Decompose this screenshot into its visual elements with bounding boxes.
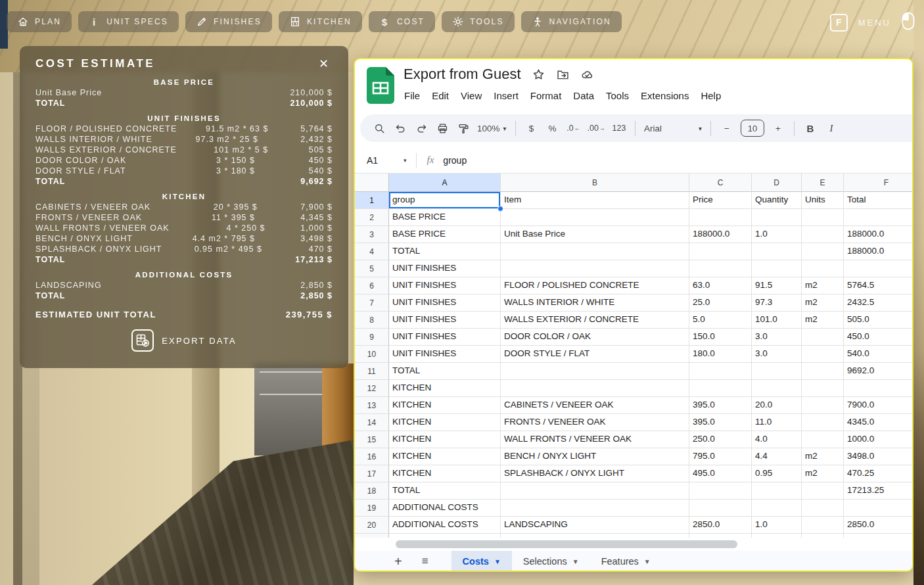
add-sheet-icon[interactable]: + (394, 554, 402, 569)
app-button-finishes[interactable]: FINISHES (185, 11, 272, 32)
column-header-E[interactable]: E (802, 174, 844, 192)
row-header-13[interactable]: 13 (355, 397, 389, 414)
menu-tools[interactable]: Tools (600, 88, 635, 103)
cell-A9[interactable]: UNIT FINISHES (389, 329, 501, 346)
bold-button[interactable]: B (800, 118, 820, 138)
name-box-caret-icon[interactable]: ▾ (404, 157, 407, 164)
zoom-select[interactable]: 100%▾ (474, 118, 509, 138)
currency-format-icon[interactable]: $ (522, 118, 542, 138)
cell-A17[interactable]: KITCHEN (389, 465, 501, 482)
cell-A16[interactable]: KITCHEN (389, 448, 501, 465)
cell-B8[interactable]: WALLS EXTERIOR / CONCRETE (501, 312, 689, 329)
cell-B16[interactable]: BENCH / ONYX LIGHT (501, 448, 689, 465)
cell-F18[interactable]: 17213.25 (844, 482, 912, 500)
row-header-12[interactable]: 12 (355, 380, 389, 397)
row-header-10[interactable]: 10 (355, 346, 389, 363)
cell-E2[interactable] (802, 209, 844, 226)
cell-E8[interactable]: m2 (802, 312, 844, 329)
cell-C18[interactable] (689, 482, 752, 500)
cell-F11[interactable]: 9692.0 (844, 363, 912, 380)
row-header-17[interactable]: 17 (355, 465, 389, 482)
cell-E16[interactable]: m2 (802, 448, 844, 465)
cell-F19[interactable] (844, 500, 912, 517)
cell-C7[interactable]: 25.0 (689, 294, 752, 312)
row-header-20[interactable]: 20 (355, 517, 389, 534)
name-box[interactable]: A1 (355, 155, 404, 166)
horizontal-scrollbar[interactable] (396, 540, 737, 548)
cell-C14[interactable]: 395.0 (689, 414, 752, 431)
cell-B19[interactable] (501, 500, 689, 517)
decrease-font-size-button[interactable]: − (717, 118, 737, 138)
app-button-tools[interactable]: TOOLS (442, 11, 514, 32)
cell-A18[interactable]: TOTAL (389, 482, 501, 500)
cell-D20[interactable]: 1.0 (752, 517, 802, 534)
cell-D11[interactable] (752, 363, 802, 380)
cell-B11[interactable] (501, 363, 689, 380)
cell-C12[interactable] (689, 380, 752, 397)
cell-A4[interactable]: TOTAL (389, 243, 501, 260)
cell-F5[interactable] (844, 260, 912, 277)
row-header-18[interactable]: 18 (355, 482, 389, 500)
cell-D12[interactable] (752, 380, 802, 397)
menu-data[interactable]: Data (567, 88, 600, 103)
cell-B20[interactable]: LANDSCAPING (501, 517, 689, 534)
cell-E4[interactable] (802, 243, 844, 260)
cell-F15[interactable]: 1000.0 (844, 431, 912, 448)
cell-A7[interactable]: UNIT FINISHES (389, 294, 501, 312)
cell-A12[interactable]: KITCHEN (389, 380, 501, 397)
menu-insert[interactable]: Insert (488, 88, 524, 103)
chevron-down-icon[interactable]: ▼ (572, 558, 579, 565)
cell-D14[interactable]: 11.0 (752, 414, 802, 431)
cell-E11[interactable] (802, 363, 844, 380)
menu-file[interactable]: File (398, 88, 426, 103)
cell-D16[interactable]: 4.4 (752, 448, 802, 465)
cell-D19[interactable] (752, 500, 802, 517)
cell-D5[interactable] (752, 260, 802, 277)
cell-A5[interactable]: UNIT FINISHES (389, 260, 501, 277)
cell-A11[interactable]: TOTAL (389, 363, 501, 380)
cell-C20[interactable]: 2850.0 (689, 517, 752, 534)
close-icon[interactable]: ✕ (315, 55, 333, 72)
menu-extensions[interactable]: Extensions (635, 88, 695, 103)
cell-E18[interactable] (802, 482, 844, 500)
cell-F14[interactable]: 4345.0 (844, 414, 912, 431)
row-header-14[interactable]: 14 (355, 414, 389, 431)
cell-B5[interactable] (501, 260, 689, 277)
cell-A20[interactable]: ADDITIONAL COSTS (389, 517, 501, 534)
cell-F1[interactable]: Total (844, 192, 912, 209)
menu-label[interactable]: MENU (858, 18, 891, 28)
column-header-F[interactable]: F (844, 174, 912, 192)
app-button-cost[interactable]: $COST (369, 11, 435, 32)
cell-D3[interactable]: 1.0 (752, 226, 802, 243)
cell-B14[interactable]: FRONTS / VENEER OAK (501, 414, 689, 431)
cell-C2[interactable] (689, 209, 752, 226)
cell-B6[interactable]: FLOOR / POLISHED CONCRETE (501, 277, 689, 294)
cell-C4[interactable] (689, 243, 752, 260)
cell-A3[interactable]: BASE PRICE (389, 226, 501, 243)
cell-B18[interactable] (501, 482, 689, 500)
sheet-tab-costs[interactable]: Costs▼ (451, 551, 512, 572)
row-header-4[interactable]: 4 (355, 243, 389, 260)
cell-F16[interactable]: 3498.0 (844, 448, 912, 465)
cell-E20[interactable] (802, 517, 844, 534)
undo-icon[interactable] (390, 118, 410, 138)
paint-format-icon[interactable] (453, 118, 473, 138)
cell-A6[interactable]: UNIT FINISHES (389, 277, 501, 294)
sheet-tab-selections[interactable]: Selections▼ (512, 551, 590, 572)
chevron-down-icon[interactable]: ▼ (494, 558, 501, 565)
cell-A15[interactable]: KITCHEN (389, 431, 501, 448)
menu-format[interactable]: Format (524, 88, 568, 103)
print-icon[interactable] (432, 118, 452, 138)
cell-A1[interactable]: group (389, 192, 501, 209)
cell-B9[interactable]: DOOR COLOR / OAK (501, 329, 689, 346)
cell-B17[interactable]: SPLASHBACK / ONYX LIGHT (501, 465, 689, 482)
cell-E17[interactable]: m2 (802, 465, 844, 482)
cell-D6[interactable]: 91.5 (752, 277, 802, 294)
cell-E15[interactable] (802, 431, 844, 448)
fill-handle[interactable] (497, 206, 503, 212)
cell-C1[interactable]: Price (689, 192, 752, 209)
row-header-11[interactable]: 11 (355, 363, 389, 380)
app-button-unit-specs[interactable]: iUNIT SPECS (78, 11, 179, 32)
cell-D1[interactable]: Quantity (752, 192, 802, 209)
row-header-15[interactable]: 15 (355, 431, 389, 448)
